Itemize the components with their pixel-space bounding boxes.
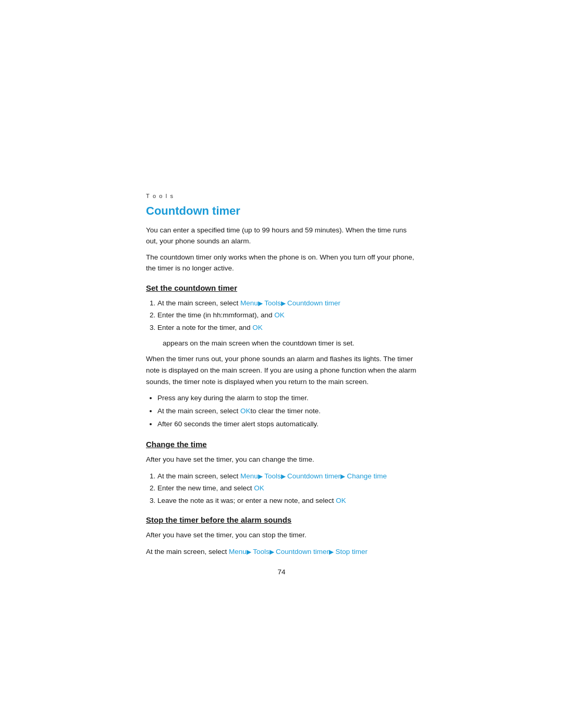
change-step-1-prefix: At the main screen, select — [157, 472, 240, 480]
set-step-1-sep2: ▶ — [281, 300, 287, 307]
set-step-3-ok-link[interactable]: OK — [252, 324, 263, 331]
set-step-1-tools-link[interactable]: Tools — [264, 299, 281, 307]
set-step-2-prefix: Enter the time (in hh:mmformat), and — [157, 311, 274, 319]
set-indented-note: appears on the main screen when the coun… — [163, 338, 417, 349]
change-step-1-tools-link[interactable]: Tools — [264, 472, 281, 480]
change-step-1-sep3: ▶ — [340, 473, 347, 480]
set-step-2: Enter the time (in hh:mmformat), and OK — [157, 310, 417, 321]
stop-body-tools-link[interactable]: Tools — [253, 548, 270, 556]
set-bullet-3: After 60 seconds the timer alert stops a… — [157, 418, 417, 430]
set-bullet-2-ok-link[interactable]: OK — [240, 407, 251, 415]
content-area: T o o l s Countdown timer You can enter … — [0, 0, 563, 628]
change-step-1-sep1: ▶ — [258, 473, 264, 480]
set-bullet-1: Press any key during the alarm to stop t… — [157, 392, 417, 404]
intro-paragraph-2: The countdown timer only works when the … — [146, 252, 417, 274]
section-heading-set: Set the countdown timer — [146, 283, 417, 292]
change-steps-list: At the main screen, select Menu▶ Tools▶ … — [146, 471, 417, 507]
set-step-1-sep1: ▶ — [258, 300, 264, 307]
stop-body-menu-link[interactable]: Menu — [229, 548, 247, 556]
stop-body-sep1: ▶ — [247, 548, 253, 556]
change-intro: After you have set the timer, you can ch… — [146, 454, 417, 465]
change-step-1-change-link[interactable]: Change time — [347, 472, 387, 480]
set-bullet-2: At the main screen, select OKto clear th… — [157, 405, 417, 417]
set-step-1-countdown-link[interactable]: Countdown timer — [287, 299, 340, 307]
stop-body-countdown-link[interactable]: Countdown timer — [276, 548, 329, 556]
set-step-1-menu-link[interactable]: Menu — [240, 299, 258, 307]
set-bullet-list: Press any key during the alarm to stop t… — [146, 392, 417, 430]
change-step-3: Leave the note as it was; or enter a new… — [157, 495, 417, 507]
section-heading-change: Change the time — [146, 440, 417, 449]
set-bullet-2-prefix: At the main screen, select — [157, 407, 240, 415]
change-step-1-countdown-link[interactable]: Countdown timer — [287, 472, 340, 480]
change-step-2-prefix: Enter the new time, and select — [157, 484, 254, 492]
stop-body-sep2: ▶ — [270, 548, 276, 556]
breadcrumb: T o o l s — [146, 193, 417, 199]
stop-body-stop-link[interactable]: Stop timer — [335, 548, 368, 556]
change-step-3-prefix: Leave the note as it was; or enter a new… — [157, 497, 336, 504]
set-step-1-prefix: At the main screen, select — [157, 299, 240, 307]
change-step-2: Enter the new time, and select OK — [157, 483, 417, 494]
change-step-1-sep2: ▶ — [281, 473, 287, 480]
change-step-3-ok-link[interactable]: OK — [336, 497, 346, 504]
change-step-1-menu-link[interactable]: Menu — [240, 472, 258, 480]
page-title: Countdown timer — [146, 204, 417, 218]
stop-body: At the main screen, select Menu▶ Tools▶ … — [146, 546, 417, 558]
intro-paragraph-1: You can enter a specified time (up to 99… — [146, 225, 417, 247]
set-step-3-prefix: Enter a note for the timer, and — [157, 324, 252, 331]
page-number: 74 — [146, 568, 417, 576]
stop-body-sep3: ▶ — [329, 548, 335, 556]
page-container: T o o l s Countdown timer You can enter … — [0, 0, 563, 728]
set-steps-list: At the main screen, select Menu▶ Tools▶ … — [146, 298, 417, 334]
stop-body-prefix: At the main screen, select — [146, 548, 229, 556]
set-step-1: At the main screen, select Menu▶ Tools▶ … — [157, 298, 417, 309]
change-step-2-ok-link[interactable]: OK — [254, 484, 264, 492]
set-body-text: When the timer runs out, your phone soun… — [146, 353, 417, 387]
stop-intro: After you have set the timer, you can st… — [146, 529, 417, 541]
set-step-2-ok-link[interactable]: OK — [274, 311, 285, 319]
set-step-3: Enter a note for the timer, and OK — [157, 322, 417, 334]
change-step-1: At the main screen, select Menu▶ Tools▶ … — [157, 471, 417, 482]
section-heading-stop: Stop the timer before the alarm sounds — [146, 515, 417, 524]
set-bullet-2-suffix: to clear the timer note. — [251, 407, 321, 415]
